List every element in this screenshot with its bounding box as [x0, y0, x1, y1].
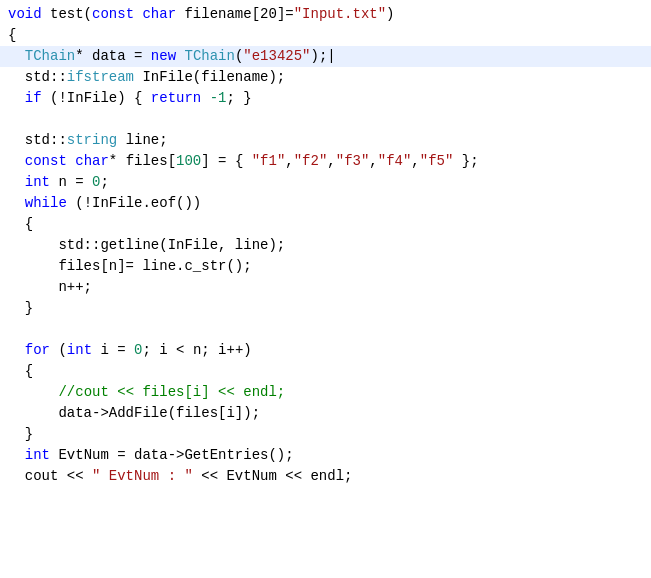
code-line: TChain* data = new TChain("e13425");| — [0, 46, 651, 67]
code-line: if (!InFile) { return -1; } — [0, 88, 651, 109]
code-line — [0, 109, 651, 130]
code-line: data->AddFile(files[i]); — [0, 403, 651, 424]
code-line: while (!InFile.eof()) — [0, 193, 651, 214]
code-line: const char* files[100] = { "f1","f2","f3… — [0, 151, 651, 172]
code-line — [0, 319, 651, 340]
code-line: int n = 0; — [0, 172, 651, 193]
code-line: void test(const char filename[20]="Input… — [0, 4, 651, 25]
code-line: { — [0, 25, 651, 46]
code-line: { — [0, 361, 651, 382]
code-line: } — [0, 298, 651, 319]
code-line: std::getline(InFile, line); — [0, 235, 651, 256]
code-line: //cout << files[i] << endl; — [0, 382, 651, 403]
code-line: for (int i = 0; i < n; i++) — [0, 340, 651, 361]
code-line: std::ifstream InFile(filename); — [0, 67, 651, 88]
code-line: } — [0, 424, 651, 445]
code-line: n++; — [0, 277, 651, 298]
code-editor: void test(const char filename[20]="Input… — [0, 0, 651, 578]
code-line: { — [0, 214, 651, 235]
code-line: int EvtNum = data->GetEntries(); — [0, 445, 651, 466]
code-line: cout << " EvtNum : " << EvtNum << endl; — [0, 466, 651, 487]
code-line: std::string line; — [0, 130, 651, 151]
code-line: files[n]= line.c_str(); — [0, 256, 651, 277]
